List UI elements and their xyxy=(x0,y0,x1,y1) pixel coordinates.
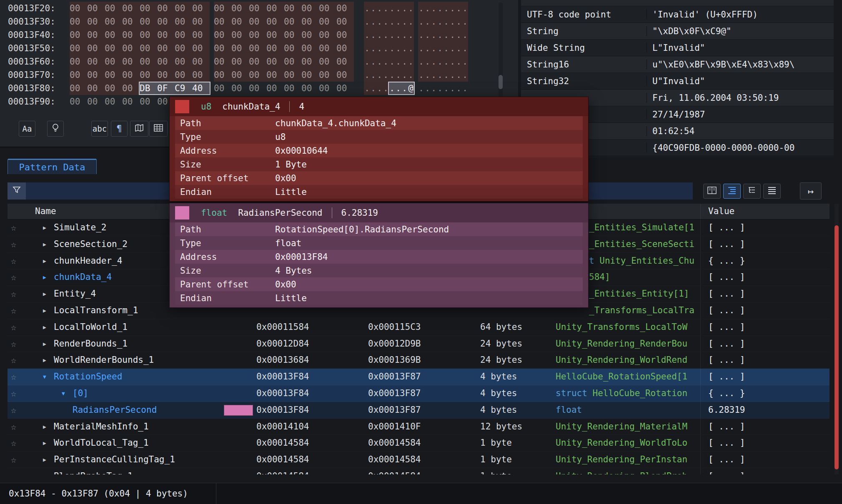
hex-byte[interactable]: 00 xyxy=(301,42,319,55)
hex-ascii-char[interactable]: . xyxy=(383,28,389,42)
hex-byte[interactable]: 00 xyxy=(214,2,231,15)
hex-byte[interactable]: 00 xyxy=(214,55,231,68)
hex-byte[interactable]: 00 xyxy=(249,42,266,55)
hex-byte[interactable]: 00 xyxy=(192,42,210,55)
expand-arrow-icon[interactable]: ▶ xyxy=(43,319,46,336)
map-button[interactable] xyxy=(130,121,148,137)
hex-ascii-char[interactable]: . xyxy=(449,55,456,68)
hex-byte[interactable]: 00 xyxy=(249,2,266,15)
hex-ascii-char[interactable]: . xyxy=(418,42,424,55)
hex-byte[interactable]: 00 xyxy=(140,2,157,15)
favorite-star-icon[interactable]: ☆ xyxy=(11,336,16,352)
hex-scrollbar-thumb[interactable] xyxy=(499,75,503,89)
favorite-star-icon[interactable]: ☆ xyxy=(11,302,16,319)
hex-byte[interactable]: 00 xyxy=(266,2,284,15)
expand-arrow-icon[interactable]: ▶ xyxy=(43,336,46,352)
hex-ascii-char[interactable]: . xyxy=(437,28,443,42)
hex-byte[interactable]: 00 xyxy=(140,42,157,55)
hex-byte[interactable]: 00 xyxy=(87,68,105,82)
hex-ascii-char[interactable]: . xyxy=(418,28,424,42)
expand-arrow-icon[interactable]: ▶ xyxy=(43,452,46,468)
hex-ascii-char[interactable]: . xyxy=(424,28,431,42)
hex-byte[interactable]: 00 xyxy=(122,55,140,68)
hex-ascii-char[interactable]: . xyxy=(431,42,437,55)
hex-byte[interactable]: 00 xyxy=(175,28,192,42)
hex-ascii-char[interactable]: . xyxy=(364,68,370,82)
hex-ascii-char[interactable]: . xyxy=(401,2,408,15)
hex-ascii-char[interactable]: . xyxy=(401,15,408,28)
hex-ascii-char[interactable]: . xyxy=(370,2,376,15)
hex-byte[interactable]: 00 xyxy=(336,15,354,28)
hex-ascii-char[interactable]: . xyxy=(376,82,383,95)
hex-byte[interactable]: 00 xyxy=(70,15,87,28)
hex-ascii-char[interactable]: . xyxy=(408,68,414,82)
hex-ascii-char[interactable]: . xyxy=(443,42,449,55)
hex-byte[interactable]: 00 xyxy=(122,28,140,42)
hex-byte[interactable]: 00 xyxy=(105,55,122,68)
hex-ascii-char[interactable]: . xyxy=(383,2,389,15)
inspector-row[interactable]: String"\xDB\x0F\xC9@" xyxy=(521,23,834,40)
hex-byte[interactable]: 00 xyxy=(284,82,301,95)
hex-byte[interactable]: 00 xyxy=(157,68,175,82)
hex-ascii-char[interactable]: . xyxy=(418,55,424,68)
hex-byte[interactable]: 00 xyxy=(175,42,192,55)
favorite-star-icon[interactable]: ☆ xyxy=(11,286,16,302)
hex-byte[interactable]: 00 xyxy=(214,42,231,55)
hex-ascii-char[interactable]: . xyxy=(364,15,370,28)
hex-ascii-char[interactable]: . xyxy=(376,28,383,42)
hex-ascii-char[interactable]: . xyxy=(401,82,408,94)
jump-to-selection-button[interactable]: ↦ xyxy=(800,182,822,200)
hex-byte[interactable]: 00 xyxy=(336,42,354,55)
hex-ascii-char[interactable]: @ xyxy=(408,82,414,94)
pattern-row[interactable]: ☆▶MaterialMeshInfo_10x000141040x0001410F… xyxy=(8,419,829,435)
favorite-star-icon[interactable]: ☆ xyxy=(11,269,16,286)
expand-arrow-icon[interactable]: ▶ xyxy=(43,236,46,253)
hex-ascii-char[interactable]: . xyxy=(449,68,456,82)
hex-ascii-char[interactable]: . xyxy=(418,82,424,95)
hex-byte[interactable]: 00 xyxy=(284,55,301,68)
hex-ascii-char[interactable]: . xyxy=(389,55,395,68)
expand-arrow-icon[interactable]: ▶ xyxy=(43,286,46,302)
view-list-button[interactable] xyxy=(723,184,741,199)
hex-ascii-char[interactable]: . xyxy=(431,82,437,95)
hex-byte[interactable]: 00 xyxy=(122,68,140,82)
tab-pattern-data[interactable]: Pattern Data xyxy=(8,159,97,174)
hex-ascii-char[interactable]: . xyxy=(389,82,395,94)
hex-ascii-char[interactable]: . xyxy=(443,2,449,15)
hex-ascii-char[interactable]: . xyxy=(408,42,414,55)
hex-byte[interactable]: 00 xyxy=(175,68,192,82)
hex-ascii-char[interactable]: . xyxy=(424,68,431,82)
hex-ascii-char[interactable]: . xyxy=(443,28,449,42)
hex-ascii-char[interactable]: . xyxy=(408,2,414,15)
hex-byte[interactable]: 00 xyxy=(214,15,231,28)
hex-byte[interactable]: 00 xyxy=(140,55,157,68)
hex-byte[interactable]: DB xyxy=(140,82,157,94)
hex-ascii-char[interactable]: . xyxy=(395,55,401,68)
hex-ascii-char[interactable]: . xyxy=(462,55,468,68)
hex-ascii-char[interactable]: . xyxy=(370,68,376,82)
column-header-value[interactable]: Value xyxy=(700,204,734,219)
hex-ascii-char[interactable]: . xyxy=(437,55,443,68)
expand-arrow-icon[interactable]: ▶ xyxy=(43,220,46,236)
favorite-star-icon[interactable]: ☆ xyxy=(11,402,16,419)
hex-byte[interactable]: 00 xyxy=(70,82,87,95)
hex-ascii-char[interactable]: . xyxy=(408,28,414,42)
hex-ascii-char[interactable]: . xyxy=(408,15,414,28)
hex-byte[interactable]: 00 xyxy=(157,2,175,15)
hex-ascii-char[interactable]: . xyxy=(424,2,431,15)
lowercase-button[interactable]: abc xyxy=(91,121,108,137)
hex-ascii-char[interactable]: . xyxy=(395,42,401,55)
pattern-row[interactable]: ☆▶WorldToLocal_Tag_10x000145840x00014584… xyxy=(8,435,829,452)
hex-byte[interactable]: 00 xyxy=(336,68,354,82)
expand-arrow-icon[interactable]: ▶ xyxy=(43,253,46,269)
hex-byte[interactable]: 00 xyxy=(140,95,157,108)
hex-ascii-char[interactable]: . xyxy=(431,15,437,28)
hex-ascii-char[interactable]: . xyxy=(395,28,401,42)
hex-byte[interactable]: 00 xyxy=(319,42,336,55)
hex-byte[interactable]: 00 xyxy=(87,82,105,95)
hex-byte[interactable]: 00 xyxy=(231,82,249,95)
hex-byte[interactable]: 00 xyxy=(70,55,87,68)
hex-byte[interactable]: 00 xyxy=(87,95,105,108)
expand-arrow-icon[interactable]: ▶ xyxy=(43,302,46,319)
pattern-row[interactable]: ☆▶BlendProbeTag_10x000145840x000145841 b… xyxy=(8,468,829,474)
